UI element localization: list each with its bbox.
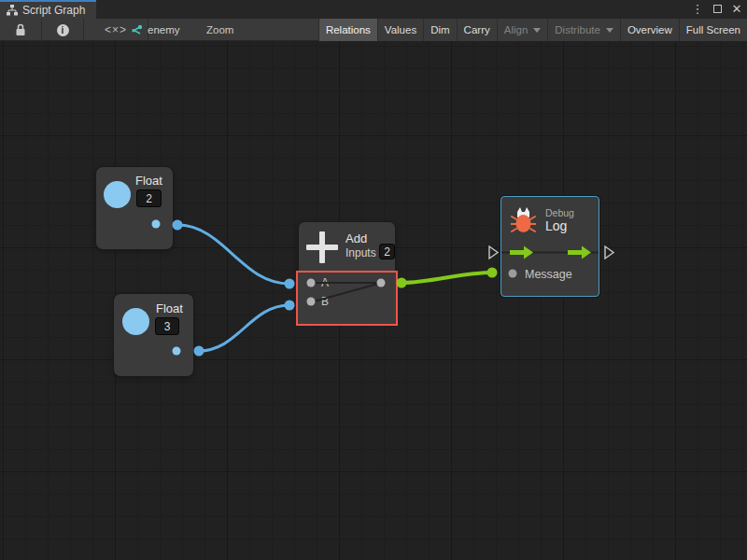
dim-button[interactable]: Dim [423, 19, 456, 41]
float-value-field[interactable]: 3 [155, 317, 179, 335]
float-type-icon [122, 308, 149, 335]
node-title: Float [135, 174, 162, 188]
carry-button[interactable]: Carry [457, 19, 497, 41]
tab-script-graph[interactable]: Script Graph [0, 0, 96, 19]
float-type-icon [104, 181, 131, 208]
overview-button[interactable]: Overview [620, 19, 679, 41]
script-graph-asset-icon [131, 24, 143, 36]
graph-hierarchy-icon [7, 5, 18, 16]
fullscreen-button[interactable]: Full Screen [679, 19, 747, 41]
tab-title: Script Graph [22, 4, 85, 17]
maximize-box [713, 5, 722, 13]
graph-breadcrumb[interactable]: enemy [131, 19, 180, 41]
add-node-header[interactable]: Add Inputs 2 [299, 222, 395, 273]
float-node-1[interactable]: Float 2 [96, 167, 173, 249]
float-node-2[interactable]: Float 3 [114, 294, 193, 376]
zoom-label: Zoom [206, 19, 233, 41]
lock-button[interactable] [0, 19, 41, 41]
title-bar: Script Graph ⋮ ✕ [0, 0, 747, 19]
values-button[interactable]: Values [377, 19, 423, 41]
distribute-label: Distribute [555, 24, 600, 35]
float-value: 3 [164, 320, 171, 333]
node-title: Float [156, 301, 183, 315]
bug-icon [511, 205, 536, 234]
values-label: Values [385, 24, 416, 35]
inputs-label: Inputs [345, 246, 376, 259]
info-icon: i [57, 24, 69, 36]
overview-label: Overview [627, 24, 672, 35]
align-label: Align [504, 24, 529, 35]
info-button[interactable]: i [42, 19, 83, 41]
float-value-field[interactable]: 2 [136, 189, 162, 207]
maximize-icon[interactable] [711, 0, 724, 19]
node-title: Add [345, 231, 367, 245]
close-icon[interactable]: ✕ [730, 0, 743, 19]
script-graph-window: Script Graph ⋮ ✕ i <×> [0, 0, 747, 560]
graph-name: enemy [148, 24, 180, 35]
align-button[interactable]: Align [497, 19, 548, 41]
chevron-down-icon [533, 28, 541, 33]
toolbar: i <×> enemy Zoom 1x Relations Values Dim… [0, 19, 747, 41]
relations-label: Relations [326, 24, 371, 35]
window-menu-icon[interactable]: ⋮ [691, 0, 704, 19]
debug-log-node[interactable]: Debug Log Message [500, 196, 599, 297]
node-category: Debug [545, 207, 574, 218]
message-port-label: Message [525, 268, 572, 281]
selection-rectangle [296, 271, 398, 326]
carry-label: Carry [464, 24, 490, 35]
relations-button[interactable]: Relations [318, 19, 377, 41]
float-value: 2 [146, 192, 152, 205]
code-view-icon: <×> [105, 23, 127, 36]
inputs-count: 2 [384, 245, 390, 259]
chevron-down-icon [606, 28, 613, 33]
inputs-count-field[interactable]: 2 [379, 244, 395, 259]
node-title: Log [545, 218, 567, 233]
lock-icon [15, 23, 26, 36]
fullscreen-label: Full Screen [686, 24, 740, 35]
dim-label: Dim [430, 24, 449, 35]
distribute-button[interactable]: Distribute [547, 19, 620, 41]
